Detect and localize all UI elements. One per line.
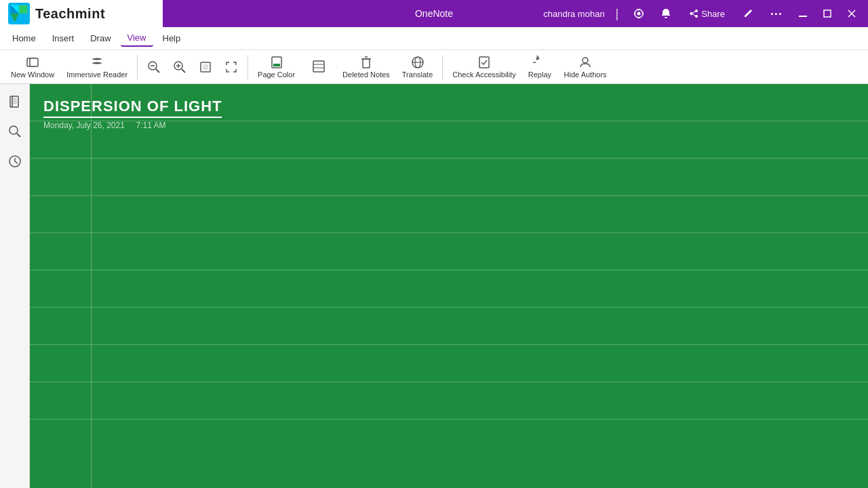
minimize-icon <box>799 9 807 18</box>
svg-point-35 <box>583 58 588 63</box>
svg-line-15 <box>156 69 159 73</box>
translate-label: Translate <box>402 70 433 79</box>
menu-draw[interactable]: Draw <box>83 30 117 46</box>
notebooks-icon <box>8 95 22 108</box>
title-bar-controls: chandra mohan | Share <box>543 3 860 24</box>
zoom-in-button[interactable] <box>167 52 192 83</box>
page-title: DISPERSION OF LIGHT <box>43 98 222 118</box>
main-layout: DISPERSION OF LIGHT Monday, July 26, 202… <box>0 84 868 488</box>
replay-icon <box>533 56 547 69</box>
rule-line-9 <box>30 382 868 420</box>
separator-2 <box>248 55 248 79</box>
recent-button[interactable] <box>3 149 27 174</box>
app-logo-text: Teachmint <box>35 6 105 22</box>
rule-line-8 <box>30 345 868 382</box>
maximize-button[interactable] <box>819 7 835 20</box>
fit-page-button[interactable] <box>193 52 218 83</box>
page-time: 7:11 AM <box>136 121 166 130</box>
svg-rect-12 <box>30 58 38 66</box>
svg-marker-3 <box>19 5 27 14</box>
svg-rect-7 <box>799 16 807 17</box>
close-icon <box>848 9 856 18</box>
immersive-reader-icon <box>90 56 104 69</box>
rule-lines-button[interactable] <box>302 52 336 83</box>
title-bar: Teachmint OneNote chandra mohan | Share <box>0 0 868 27</box>
settings-button[interactable] <box>629 5 648 22</box>
rule-line-6 <box>30 270 868 308</box>
check-accessibility-button[interactable]: Check Accessibility <box>447 52 521 83</box>
share-label: Share <box>701 9 725 19</box>
separator-3 <box>442 55 443 79</box>
page-content-area[interactable]: DISPERSION OF LIGHT Monday, July 26, 202… <box>30 84 868 130</box>
clock-icon <box>8 155 22 168</box>
replay-label: Replay <box>528 70 551 79</box>
immersive-reader-label: Immersive Reader <box>66 70 127 79</box>
page-color-label: Page Color <box>258 70 295 79</box>
menu-view[interactable]: View <box>121 30 153 47</box>
check-accessibility-label: Check Accessibility <box>452 70 516 79</box>
title-separator: | <box>616 7 619 21</box>
hide-authors-button[interactable]: Hide Authors <box>558 52 612 83</box>
menu-help[interactable]: Help <box>156 30 188 46</box>
svg-rect-21 <box>203 64 208 70</box>
rule-line-7 <box>30 308 868 345</box>
translate-button[interactable]: Translate <box>397 52 438 83</box>
full-screen-button[interactable] <box>219 52 243 83</box>
app-title: OneNote <box>415 8 453 19</box>
more-options-button[interactable]: ⋯ <box>766 3 787 24</box>
fit-page-icon <box>199 60 212 74</box>
page-date-time: Monday, July 26, 2021 7:11 AM <box>43 121 854 130</box>
svg-rect-36 <box>10 96 18 107</box>
share-icon <box>689 9 698 18</box>
menu-insert[interactable]: Insert <box>45 30 81 46</box>
ruled-lines-bg <box>30 84 868 488</box>
search-icon <box>8 125 22 138</box>
share-button[interactable]: Share <box>684 6 730 22</box>
page-date: Monday, July 26, 2021 <box>43 121 125 130</box>
menu-home[interactable]: Home <box>5 30 43 46</box>
toolbar: New Window Immersive Reader <box>0 50 868 84</box>
deleted-notes-icon <box>359 56 373 69</box>
logo-area: Teachmint <box>0 0 163 27</box>
content-area: DISPERSION OF LIGHT Monday, July 26, 202… <box>30 84 868 488</box>
translate-icon <box>411 56 425 69</box>
close-button[interactable] <box>844 7 860 20</box>
svg-rect-23 <box>273 64 280 66</box>
more-icon: ⋯ <box>770 6 783 21</box>
minimize-button[interactable] <box>795 7 811 20</box>
bell-icon <box>660 8 671 19</box>
new-window-icon <box>26 56 39 69</box>
svg-point-41 <box>9 126 18 134</box>
new-window-button[interactable]: New Window <box>5 52 60 83</box>
teachmint-logo-icon <box>8 3 30 24</box>
full-screen-icon <box>224 60 238 74</box>
edit-button[interactable] <box>738 5 757 22</box>
svg-rect-24 <box>313 61 324 72</box>
immersive-reader-button[interactable]: Immersive Reader <box>61 52 133 83</box>
search-button[interactable] <box>3 119 27 144</box>
svg-line-42 <box>17 134 20 137</box>
svg-rect-27 <box>363 59 370 68</box>
svg-rect-8 <box>824 10 831 17</box>
settings-icon <box>633 8 644 19</box>
zoom-in-icon <box>173 60 186 74</box>
zoom-out-icon <box>147 60 161 74</box>
separator-1 <box>137 55 138 79</box>
new-window-label: New Window <box>11 70 54 79</box>
deleted-notes-label: Deleted Notes <box>342 70 390 79</box>
notifications-button[interactable] <box>656 5 675 22</box>
menu-bar: Home Insert Draw View Help <box>0 27 868 50</box>
page-color-button[interactable]: Page Color <box>252 52 300 83</box>
hide-authors-icon <box>578 56 592 69</box>
rule-line-4 <box>30 196 868 233</box>
maximize-icon <box>823 9 831 18</box>
check-accessibility-icon <box>477 56 491 69</box>
replay-button[interactable]: Replay <box>523 52 557 83</box>
notebooks-button[interactable] <box>3 89 27 114</box>
rule-line-3 <box>30 159 868 196</box>
edit-icon <box>743 8 753 19</box>
username: chandra mohan <box>543 9 604 19</box>
zoom-out-button[interactable] <box>142 52 166 83</box>
deleted-notes-button[interactable]: Deleted Notes <box>337 52 395 83</box>
svg-point-6 <box>637 12 641 16</box>
